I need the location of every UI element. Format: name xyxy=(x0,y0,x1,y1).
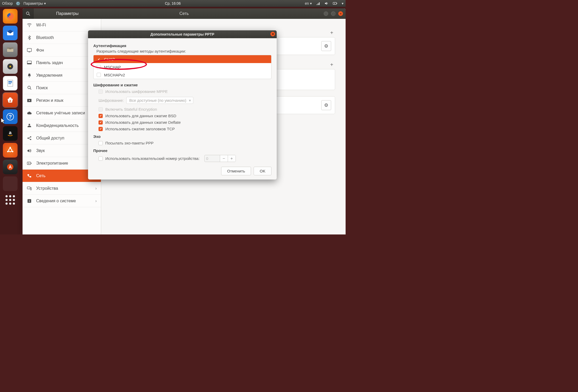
svg-rect-39 xyxy=(28,174,29,176)
checkbox-checked-icon[interactable]: ✔ xyxy=(99,114,103,118)
app-menu[interactable]: Параметры ▾ xyxy=(23,1,46,5)
chevron-down-icon[interactable]: ▾ xyxy=(342,1,343,5)
window-maximize-button[interactable]: ▢ xyxy=(331,11,336,16)
clock[interactable]: Ср, 16:06 xyxy=(165,1,181,5)
checkbox-icon[interactable] xyxy=(99,156,103,161)
auth-method-chap[interactable]: ✔ CHAP xyxy=(94,55,271,63)
spin-down-button[interactable]: − xyxy=(220,155,228,162)
unit-number-spinbox[interactable]: − + xyxy=(204,155,236,162)
vpn-settings-button-2[interactable]: ⚙ xyxy=(321,100,331,110)
launcher-show-apps[interactable] xyxy=(3,193,18,208)
svg-text:A: A xyxy=(9,99,11,103)
checkbox-checked-icon[interactable]: ✔ xyxy=(99,127,103,131)
checkbox-icon xyxy=(99,107,103,111)
search-icon xyxy=(26,11,30,16)
echo-section-title: Эхо xyxy=(93,134,271,139)
dialog-title: Дополнительные параметры PPTP xyxy=(150,32,214,36)
auth-method-mschap[interactable]: MSCHAP xyxy=(94,63,271,71)
region-icon xyxy=(27,99,32,102)
svg-point-30 xyxy=(28,86,30,89)
checkbox-icon[interactable] xyxy=(97,65,101,69)
ok-button[interactable]: OK xyxy=(254,167,271,175)
encryption-combo-row: Шифрование: Все доступные (по умолчанию) xyxy=(93,95,271,106)
sidebar-item-details[interactable]: iСведения о системе› xyxy=(23,195,101,207)
bell-icon xyxy=(27,73,32,78)
devices-icon xyxy=(27,186,32,191)
volume-icon[interactable] xyxy=(324,1,329,5)
option-tcp-header-compression[interactable]: ✔Использовать сжатие заголовков TCP xyxy=(93,126,271,132)
add-vpn-button-2[interactable]: + xyxy=(328,61,335,68)
pptp-advanced-dialog: Дополнительные параметры PPTP ✕ Аутентиф… xyxy=(88,30,277,180)
svg-rect-26 xyxy=(29,52,30,52)
launcher-libreoffice-writer[interactable] xyxy=(3,76,18,91)
launcher-software-updater[interactable]: A xyxy=(3,160,18,174)
cloud-icon xyxy=(27,111,32,115)
share-icon xyxy=(27,136,32,141)
launcher-item-extra[interactable] xyxy=(3,176,18,191)
checkbox-checked-icon[interactable]: ✔ xyxy=(99,120,103,125)
auth-section-title: Аутентификация xyxy=(93,43,271,48)
gear-icon: ⚙️ xyxy=(16,1,20,5)
checkbox-checked-icon[interactable]: ✔ xyxy=(97,57,101,61)
wifi-icon xyxy=(27,23,32,27)
window-close-button[interactable]: ✕ xyxy=(338,11,343,16)
misc-section-title: Прочее xyxy=(93,148,271,153)
keyboard-layout-indicator[interactable]: en ▾ xyxy=(305,1,312,5)
svg-point-17 xyxy=(9,147,11,148)
svg-point-16 xyxy=(9,149,12,152)
svg-text:i: i xyxy=(29,199,30,203)
dialog-titlebar: Дополнительные параметры PPTP ✕ xyxy=(88,30,277,38)
svg-line-31 xyxy=(30,88,31,89)
mouse-cursor xyxy=(1,118,6,124)
dialog-close-button[interactable]: ✕ xyxy=(270,32,275,36)
encryption-section-title: Шифрование и сжатие xyxy=(93,83,271,87)
option-bsd-compression[interactable]: ✔Использовать для данных сжатие BSD xyxy=(93,113,271,119)
option-mppe: Использовать шифрование MPPE xyxy=(93,88,271,95)
checkbox-icon xyxy=(99,89,103,94)
sidebar-item-wifi[interactable]: Wi-Fi xyxy=(23,19,101,31)
svg-point-29 xyxy=(29,76,30,77)
privacy-icon xyxy=(27,124,32,128)
activities-button[interactable]: Обзор xyxy=(2,1,13,5)
checkbox-icon[interactable] xyxy=(99,141,103,145)
launcher-files[interactable] xyxy=(3,42,18,57)
unit-number-input[interactable] xyxy=(205,155,220,162)
svg-text:a: a xyxy=(9,130,12,135)
checkbox-icon[interactable] xyxy=(97,73,101,77)
svg-line-23 xyxy=(29,14,30,16)
svg-point-35 xyxy=(30,136,31,137)
sidebar-item-devices[interactable]: Устройства› xyxy=(23,182,101,195)
svg-point-36 xyxy=(30,139,31,140)
auth-methods-list: ✔ CHAP MSCHAP MSCHAPv2 xyxy=(93,55,271,79)
network-icon xyxy=(27,174,32,178)
svg-rect-41 xyxy=(27,187,30,189)
window-app-title: Параметры xyxy=(34,11,101,16)
launcher-ubuntu-software[interactable]: A xyxy=(3,93,18,107)
option-deflate-compression[interactable]: ✔Использовать для данных сжатие Deflate xyxy=(93,119,271,126)
spin-up-button[interactable]: + xyxy=(228,155,236,162)
launcher-thunderbird[interactable] xyxy=(3,26,18,40)
battery-icon[interactable] xyxy=(333,2,337,5)
svg-point-18 xyxy=(7,151,9,152)
launcher-rhythmbox[interactable] xyxy=(3,59,18,74)
auth-method-mschapv2[interactable]: MSCHAPv2 xyxy=(94,71,271,79)
bluetooth-icon xyxy=(27,35,32,40)
svg-point-33 xyxy=(29,100,30,101)
add-vpn-button-1[interactable]: + xyxy=(328,29,335,36)
search-icon xyxy=(27,86,32,90)
launcher-amazon[interactable]: a xyxy=(3,126,18,141)
network-icon[interactable] xyxy=(316,1,320,5)
svg-rect-5 xyxy=(9,49,11,49)
top-panel: Обзор ⚙️ Параметры ▾ Ср, 16:06 en ▾ ▾ xyxy=(0,0,346,7)
launcher-settings[interactable] xyxy=(3,143,18,158)
launcher-firefox[interactable] xyxy=(3,9,18,24)
search-button[interactable] xyxy=(23,8,34,19)
option-unit-number[interactable]: Использовать пользовательский номер устр… xyxy=(93,154,271,163)
option-echo[interactable]: Посылать эхо-пакеты PPP xyxy=(93,140,271,146)
window-minimize-button[interactable]: – xyxy=(324,11,328,16)
cancel-button[interactable]: Отменить xyxy=(221,167,251,175)
encryption-label: Шифрование: xyxy=(99,98,124,103)
chevron-right-icon: › xyxy=(95,186,97,191)
vpn-settings-button-1[interactable]: ⚙ xyxy=(321,41,331,51)
svg-rect-9 xyxy=(8,81,12,82)
